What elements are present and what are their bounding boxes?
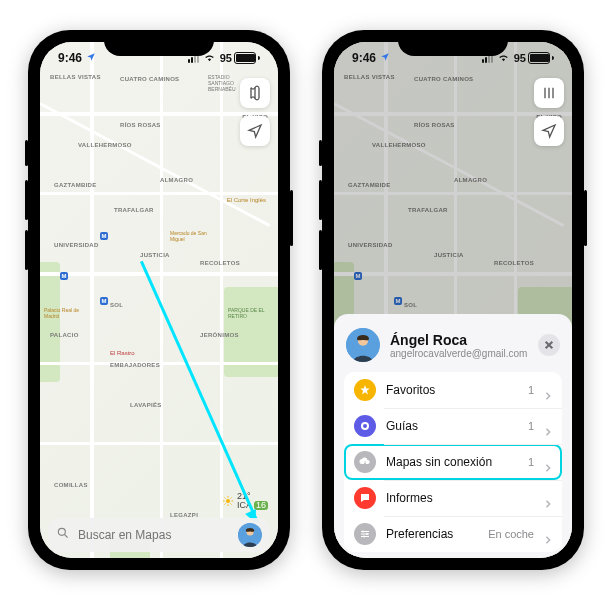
map-layers-button[interactable] <box>534 78 564 108</box>
search-icon <box>56 526 70 544</box>
close-button[interactable] <box>538 334 560 356</box>
menu-label: Mapas sin conexión <box>386 455 518 469</box>
battery-pct: 95 <box>514 52 526 64</box>
map-label: ALMAGRO <box>160 177 193 183</box>
map-poi: PARQUE DE EL RETIRO <box>228 307 272 319</box>
menu-row-guides[interactable]: Guías 1 <box>344 408 562 444</box>
svg-line-5 <box>224 498 225 499</box>
menu-label: Preferencias <box>386 527 478 541</box>
sheet-avatar <box>346 328 380 362</box>
chevron-right-icon <box>544 386 552 394</box>
chevron-right-icon <box>544 494 552 502</box>
menu-row-reports[interactable]: Informes <box>344 480 562 516</box>
battery-pct: 95 <box>220 52 232 64</box>
metro-icon: M <box>60 272 68 280</box>
map-label: JERÓNIMOS <box>200 332 239 338</box>
search-input[interactable] <box>76 527 232 543</box>
volume-button[interactable] <box>319 140 322 166</box>
volume-up-button[interactable] <box>319 180 322 220</box>
phone-left: BELLAS VISTAS CUATRO CAMINOS RÍOS ROSAS … <box>28 30 290 570</box>
location-icon <box>86 51 96 65</box>
menu-value: 1 <box>528 456 534 468</box>
profile-sheet: Ángel Roca angelrocavalverde@gmail.com F… <box>334 314 572 558</box>
svg-line-6 <box>230 504 231 505</box>
svg-line-10 <box>65 535 68 538</box>
chat-icon <box>354 487 376 509</box>
location-icon <box>380 51 390 65</box>
map-label: EMBAJADORES <box>110 362 160 368</box>
svg-point-18 <box>366 533 368 535</box>
volume-button[interactable] <box>25 140 28 166</box>
svg-line-7 <box>224 504 225 505</box>
map-label: GAZTAMBIDE <box>54 182 97 188</box>
battery-icon: 95 <box>220 52 260 64</box>
svg-point-17 <box>362 531 364 533</box>
menu-label: Informes <box>386 491 534 505</box>
metro-icon: M <box>100 232 108 240</box>
svg-line-8 <box>230 498 231 499</box>
menu-row-favorites[interactable]: Favoritos 1 <box>344 372 562 408</box>
menu-label: Guías <box>386 419 518 433</box>
chevron-right-icon <box>544 458 552 466</box>
menu-row-offline-maps[interactable]: Mapas sin conexión 1 <box>344 444 562 480</box>
search-bar[interactable] <box>48 518 270 552</box>
map-poi: Mercado de San Miguel <box>170 230 210 242</box>
map-label: VALLEHERMOSO <box>78 142 132 148</box>
map-label: JUSTICIA <box>140 252 170 258</box>
status-time: 9:46 <box>352 51 376 65</box>
map-layers-button[interactable] <box>240 78 270 108</box>
map-label: RECOLETOS <box>200 260 240 266</box>
svg-point-0 <box>226 499 230 503</box>
menu-value: 1 <box>528 420 534 432</box>
map-label: LAVAPIÉS <box>130 402 162 408</box>
guides-icon <box>354 415 376 437</box>
menu-label: Favoritos <box>386 383 518 397</box>
chevron-right-icon <box>544 530 552 538</box>
menu-value: En coche <box>488 528 534 540</box>
map-label: RÍOS ROSAS <box>120 122 161 128</box>
chevron-right-icon <box>544 422 552 430</box>
battery-icon: 95 <box>514 52 554 64</box>
locate-me-button[interactable] <box>240 116 270 146</box>
metro-icon: M <box>100 297 108 305</box>
map-label: TRAFALGAR <box>114 207 154 213</box>
svg-point-19 <box>363 536 365 538</box>
svg-point-9 <box>58 528 65 535</box>
map-label: SOL <box>110 302 123 308</box>
user-name: Ángel Roca <box>390 332 528 348</box>
volume-down-button[interactable] <box>319 230 322 270</box>
volume-up-button[interactable] <box>25 180 28 220</box>
map-label: PALACIO <box>50 332 79 338</box>
profile-menu: Favoritos 1 Guías 1 Mapas sin conexión 1 <box>344 372 562 552</box>
menu-value: 1 <box>528 384 534 396</box>
profile-avatar-button[interactable] <box>238 523 262 547</box>
notch <box>398 30 508 56</box>
map-poi: El Rastro <box>110 350 135 356</box>
map-label: BELLAS VISTAS <box>50 74 101 80</box>
power-button[interactable] <box>584 190 587 246</box>
sliders-icon <box>354 523 376 545</box>
notch <box>104 30 214 56</box>
map-label: COMILLAS <box>54 482 88 488</box>
map-label: UNIVERSIDAD <box>54 242 99 248</box>
menu-row-preferences[interactable]: Preferencias En coche <box>344 516 562 552</box>
volume-down-button[interactable] <box>25 230 28 270</box>
power-button[interactable] <box>290 190 293 246</box>
sun-icon <box>222 495 234 507</box>
map-poi: Palacio Real de Madrid <box>44 307 80 319</box>
user-email: angelrocavalverde@gmail.com <box>390 348 528 359</box>
locate-me-button[interactable] <box>534 116 564 146</box>
phone-right: BELLAS VISTAS CUATRO CAMINOS RÍOS ROSAS … <box>322 30 584 570</box>
cloud-download-icon <box>354 451 376 473</box>
map-label: CUATRO CAMINOS <box>120 76 179 82</box>
status-time: 9:46 <box>58 51 82 65</box>
star-icon <box>354 379 376 401</box>
svg-point-16 <box>363 424 367 428</box>
map-poi: El Corte Inglés <box>227 197 266 203</box>
